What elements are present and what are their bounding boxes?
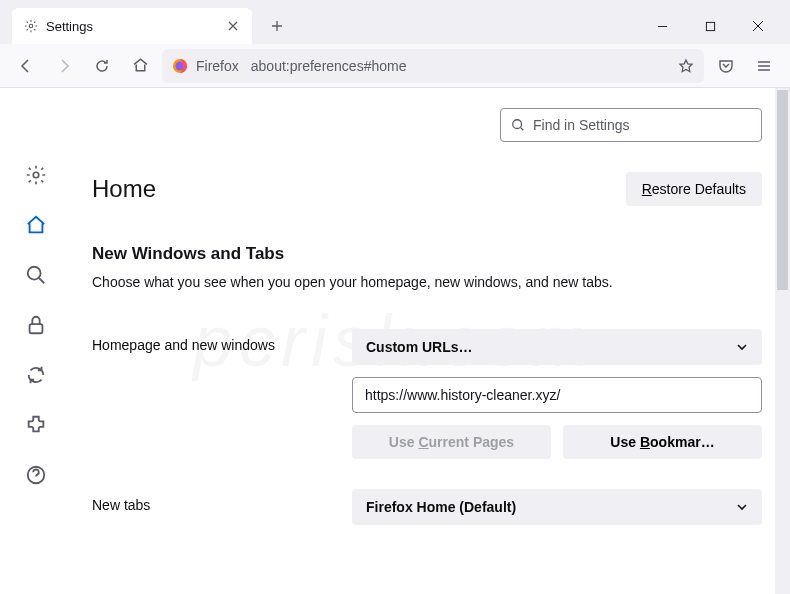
titlebar: Settings <box>0 0 790 44</box>
page-title: Home <box>92 175 156 203</box>
browser-tab[interactable]: Settings <box>12 8 252 44</box>
homepage-select-value: Custom URLs… <box>366 339 473 355</box>
reload-button[interactable] <box>86 50 118 82</box>
tab-title: Settings <box>46 19 226 34</box>
restore-defaults-button[interactable]: Restore Defaults <box>626 172 762 206</box>
newtabs-label: New tabs <box>92 489 352 513</box>
chevron-down-icon <box>736 341 748 353</box>
sidebar-home-icon[interactable] <box>23 212 49 238</box>
sidebar-sync-icon[interactable] <box>23 362 49 388</box>
section-title: New Windows and Tabs <box>92 244 762 264</box>
newtabs-select-value: Firefox Home (Default) <box>366 499 516 515</box>
bookmark-star-icon[interactable] <box>678 58 694 74</box>
svg-rect-1 <box>706 22 714 30</box>
chevron-down-icon <box>736 501 748 513</box>
close-icon[interactable] <box>226 19 240 33</box>
sidebar-help-icon[interactable] <box>23 462 49 488</box>
search-placeholder: Find in Settings <box>533 117 630 133</box>
back-button[interactable] <box>10 50 42 82</box>
settings-sidebar <box>0 88 72 594</box>
window-close-button[interactable] <box>734 8 782 44</box>
new-tab-button[interactable] <box>262 11 292 41</box>
svg-point-5 <box>28 267 41 280</box>
use-current-pages-button: Use Current Pages <box>352 425 551 459</box>
gear-icon <box>24 19 38 33</box>
home-button[interactable] <box>124 50 156 82</box>
homepage-label: Homepage and new windows <box>92 329 352 353</box>
search-icon <box>511 118 525 132</box>
url-identity: Firefox <box>196 58 239 74</box>
sidebar-search-icon[interactable] <box>23 262 49 288</box>
firefox-icon <box>172 58 188 74</box>
find-in-settings-input[interactable]: Find in Settings <box>500 108 762 142</box>
window-maximize-button[interactable] <box>686 8 734 44</box>
section-description: Choose what you see when you open your h… <box>92 272 762 293</box>
newtabs-select[interactable]: Firefox Home (Default) <box>352 489 762 525</box>
svg-point-0 <box>29 24 33 28</box>
sidebar-privacy-icon[interactable] <box>23 312 49 338</box>
homepage-url-input[interactable] <box>352 377 762 413</box>
url-bar[interactable]: Firefox about:preferences#home <box>162 49 704 83</box>
menu-button[interactable] <box>748 50 780 82</box>
use-bookmark-button[interactable]: Use Bookmar… <box>563 425 762 459</box>
window-minimize-button[interactable] <box>638 8 686 44</box>
forward-button <box>48 50 80 82</box>
homepage-select[interactable]: Custom URLs… <box>352 329 762 365</box>
url-text: about:preferences#home <box>251 58 670 74</box>
sidebar-general-icon[interactable] <box>23 162 49 188</box>
svg-point-4 <box>33 172 39 178</box>
content-area: pcrisk.com Find in Settings <box>0 88 790 594</box>
pocket-button[interactable] <box>710 50 742 82</box>
svg-point-8 <box>513 120 522 129</box>
toolbar: Firefox about:preferences#home <box>0 44 790 88</box>
svg-rect-6 <box>30 324 43 333</box>
sidebar-extensions-icon[interactable] <box>23 412 49 438</box>
